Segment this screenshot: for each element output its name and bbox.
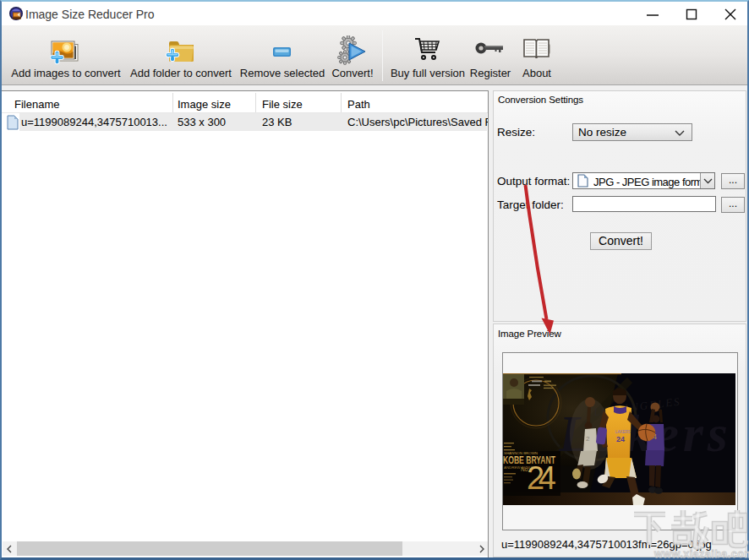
svg-text:LAKERS: LAKERS	[615, 430, 631, 434]
svg-text:2: 2	[586, 435, 590, 443]
svg-text:24: 24	[527, 460, 556, 496]
svg-text:24: 24	[616, 435, 625, 443]
svg-text:www.xiazaiba.com: www.xiazaiba.com	[653, 548, 749, 560]
